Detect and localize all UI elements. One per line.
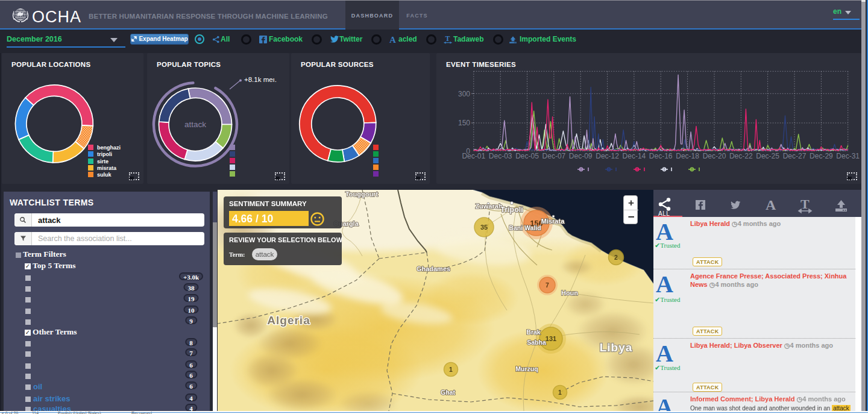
svg-text:Sabha: Sabha	[527, 339, 546, 346]
svg-text:Dec-20: Dec-20	[703, 152, 726, 160]
svg-text:Murzuq: Murzuq	[515, 365, 538, 372]
svg-text:Ghat: Ghat	[441, 389, 455, 396]
svg-text:Dec-29: Dec-29	[810, 152, 833, 160]
svg-text:Dec-18: Dec-18	[676, 152, 699, 160]
svg-text:Dec-03: Dec-03	[489, 152, 512, 160]
svg-text:150: 150	[458, 119, 470, 127]
svg-text:Dec-25: Dec-25	[756, 152, 779, 160]
svg-text:Misrata: Misrata	[541, 218, 565, 225]
svg-text:Dec-31: Dec-31	[836, 152, 860, 160]
svg-text:A: A	[766, 197, 776, 213]
svg-text:T: T	[800, 196, 810, 212]
svg-text:Dec-09: Dec-09	[569, 152, 593, 160]
svg-text:Ghadames: Ghadames	[417, 265, 450, 272]
svg-text:35: 35	[480, 224, 488, 231]
svg-text:Dec-16: Dec-16	[649, 152, 673, 160]
svg-text:Bani Walid: Bani Walid	[509, 224, 541, 231]
svg-text:Dec-07: Dec-07	[542, 152, 566, 160]
svg-text:Libya: Libya	[600, 341, 633, 354]
svg-text:Dec-12: Dec-12	[596, 152, 619, 160]
svg-text:300: 300	[458, 90, 470, 98]
svg-text:T: T	[445, 35, 450, 43]
svg-text:Dec-01: Dec-01	[462, 152, 485, 160]
svg-text:Dec-27: Dec-27	[783, 152, 807, 160]
svg-text:Dec-22: Dec-22	[729, 152, 753, 160]
svg-text:Touggourt: Touggourt	[345, 190, 378, 198]
svg-text:Dec-05: Dec-05	[515, 152, 539, 160]
svg-text:Brak: Brak	[526, 328, 541, 336]
svg-text:+8.1k meı.: +8.1k meı.	[244, 76, 277, 83]
svg-text:2: 2	[614, 254, 618, 261]
svg-text:Houn: Houn	[561, 289, 578, 296]
svg-text:7: 7	[546, 281, 549, 289]
svg-text:1: 1	[558, 389, 562, 396]
svg-text:Algeria: Algeria	[267, 314, 310, 327]
svg-text:Dec-14: Dec-14	[623, 152, 646, 160]
svg-text:1: 1	[449, 366, 453, 373]
svg-text:Zuwarah: Zuwarah	[475, 202, 503, 210]
svg-text:131: 131	[546, 335, 556, 342]
svg-text:attack: attack	[184, 120, 206, 129]
svg-text:Tripoli: Tripoli	[500, 205, 523, 214]
